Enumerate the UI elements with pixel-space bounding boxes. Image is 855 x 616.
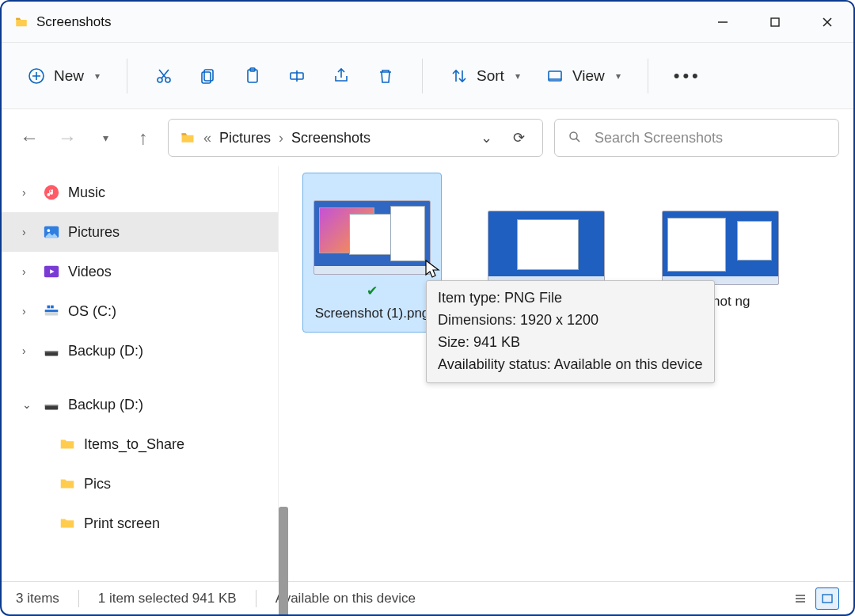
sidebar-item-label: Music xyxy=(68,184,105,201)
folder-icon xyxy=(180,130,196,146)
svg-point-23 xyxy=(48,229,51,232)
sidebar: › Music › Pictures › Videos › OS (C:) › … xyxy=(2,166,279,581)
delete-button[interactable] xyxy=(365,57,406,95)
view-button[interactable]: View ▾ xyxy=(534,57,632,95)
svg-rect-11 xyxy=(204,70,213,81)
svg-line-20 xyxy=(576,138,580,141)
thumbnail-icon xyxy=(662,211,779,285)
separator xyxy=(78,590,79,607)
search-icon xyxy=(568,130,582,146)
sidebar-item-label: OS (C:) xyxy=(68,303,116,320)
share-button[interactable] xyxy=(321,57,362,95)
check-icon: ✔ xyxy=(367,283,378,300)
up-button[interactable]: ↑ xyxy=(130,124,157,151)
view-label: View xyxy=(572,67,605,85)
expand-icon[interactable]: › xyxy=(22,305,35,318)
cut-button[interactable] xyxy=(143,57,184,95)
svg-rect-33 xyxy=(45,405,59,406)
sidebar-item-label: Backup (D:) xyxy=(68,343,143,359)
refresh-button[interactable]: ⟳ xyxy=(507,129,531,146)
folder-icon xyxy=(59,515,76,532)
separator xyxy=(256,590,256,607)
sidebar-item-music[interactable]: › Music xyxy=(2,173,278,212)
close-button[interactable] xyxy=(801,2,853,43)
sidebar-item-label: Pics xyxy=(84,476,111,492)
thumbnail-icon xyxy=(314,200,431,275)
sidebar-item-pictures[interactable]: › Pictures xyxy=(2,212,278,252)
more-button[interactable]: ••• xyxy=(664,66,711,86)
details-view-button[interactable] xyxy=(788,587,812,610)
sidebar-item-label: Backup (D:) xyxy=(68,397,143,413)
paste-button[interactable] xyxy=(232,57,273,95)
chevron-down-icon: ▾ xyxy=(515,70,520,82)
address-dropdown[interactable]: ⌄ xyxy=(474,129,499,146)
minimize-button[interactable] xyxy=(697,2,749,43)
svg-rect-29 xyxy=(51,306,54,309)
folder-icon xyxy=(14,15,28,29)
breadcrumb-current[interactable]: Screenshots xyxy=(291,130,370,146)
new-button[interactable]: New ▾ xyxy=(16,57,111,95)
drive-icon xyxy=(43,342,60,359)
file-name: Screenshot (1).png xyxy=(315,305,430,322)
back-button[interactable]: ← xyxy=(16,124,43,151)
search-box[interactable] xyxy=(554,119,839,157)
expand-icon[interactable]: › xyxy=(22,265,35,278)
breadcrumb: « Pictures › Screenshots xyxy=(203,130,466,146)
file-pane[interactable]: ✔ Screenshot (1).png enshot ng xyxy=(279,166,853,581)
drive-icon xyxy=(43,302,60,320)
sidebar-item-drive-c[interactable]: › OS (C:) xyxy=(2,291,278,331)
copy-button[interactable] xyxy=(188,57,229,95)
search-input[interactable] xyxy=(593,129,826,147)
separator xyxy=(648,59,648,93)
sidebar-item-folder[interactable]: Items_to_Share xyxy=(2,424,278,464)
chevron-down-icon: ▾ xyxy=(616,70,621,82)
expand-icon[interactable]: › xyxy=(22,226,35,238)
separator xyxy=(422,59,423,93)
status-item-count: 3 items xyxy=(16,591,59,606)
nav-arrows: ← → ▾ ↑ xyxy=(16,124,157,151)
forward-button[interactable]: → xyxy=(54,124,81,151)
svg-point-19 xyxy=(570,132,577,139)
sidebar-item-drive-d-expanded[interactable]: ⌄ Backup (D:) xyxy=(2,385,278,424)
tooltip-line: Dimensions: 1920 x 1200 xyxy=(438,310,703,332)
sidebar-item-label: Print screen xyxy=(84,515,160,532)
pictures-icon xyxy=(43,223,60,241)
status-availability: Available on this device xyxy=(276,591,416,606)
sort-button[interactable]: Sort ▾ xyxy=(439,57,531,95)
sidebar-item-folder[interactable]: Pics xyxy=(2,464,278,504)
sidebar-item-label: Pictures xyxy=(68,224,120,241)
breadcrumb-parent[interactable]: Pictures xyxy=(219,130,271,146)
svg-rect-31 xyxy=(45,351,59,352)
sidebar-item-label: Items_to_Share xyxy=(84,436,184,453)
tooltip: Item type: PNG File Dimensions: 1920 x 1… xyxy=(426,280,715,383)
svg-rect-1 xyxy=(771,18,779,26)
sidebar-item-folder[interactable]: Print screen xyxy=(2,504,278,543)
music-icon xyxy=(43,184,60,201)
window-controls xyxy=(697,2,853,43)
address-bar-row: ← → ▾ ↑ « Pictures › Screenshots ⌄ ⟳ xyxy=(2,109,853,166)
collapse-icon[interactable]: ⌄ xyxy=(22,398,35,411)
svg-rect-37 xyxy=(823,595,832,603)
tooltip-line: Item type: PNG File xyxy=(438,287,703,310)
address-bar[interactable]: « Pictures › Screenshots ⌄ ⟳ xyxy=(168,119,543,157)
svg-rect-12 xyxy=(202,72,211,83)
sidebar-item-videos[interactable]: › Videos xyxy=(2,252,278,291)
expand-icon[interactable]: › xyxy=(22,186,35,199)
sidebar-item-label: Videos xyxy=(68,264,112,280)
thumbnails-view-button[interactable] xyxy=(815,587,839,610)
status-bar: 3 items 1 item selected 941 KB Available… xyxy=(2,581,853,614)
view-toggle xyxy=(788,587,839,610)
videos-icon xyxy=(43,263,60,280)
tooltip-line: Size: 941 KB xyxy=(438,332,703,354)
history-dropdown[interactable]: ▾ xyxy=(92,124,119,151)
file-item-selected[interactable]: ✔ Screenshot (1).png xyxy=(302,173,442,333)
sidebar-item-drive-d[interactable]: › Backup (D:) xyxy=(2,331,278,371)
chevron-down-icon: ▾ xyxy=(95,70,100,82)
expand-icon[interactable]: › xyxy=(22,344,35,357)
svg-rect-27 xyxy=(45,310,59,312)
thumbnail-icon xyxy=(488,211,605,285)
body: › Music › Pictures › Videos › OS (C:) › … xyxy=(2,166,853,581)
toolbar: New ▾ Sort ▾ View ▾ ••• xyxy=(2,43,853,109)
maximize-button[interactable] xyxy=(749,2,801,43)
rename-button[interactable] xyxy=(276,57,317,95)
